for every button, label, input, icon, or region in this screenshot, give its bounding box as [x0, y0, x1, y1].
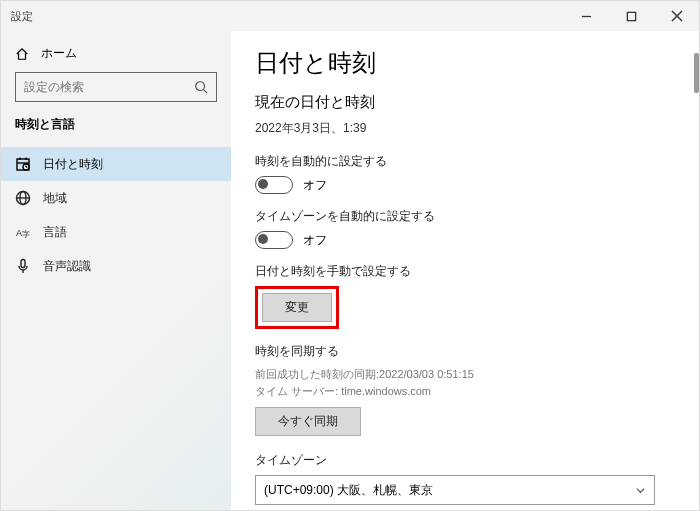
home-label: ホーム	[41, 45, 77, 62]
svg-line-5	[204, 90, 208, 94]
language-icon: A字	[15, 224, 31, 240]
auto-time-state: オフ	[303, 177, 327, 194]
sidebar-item-region[interactable]: 地域	[1, 181, 231, 215]
nav-section-heading: 時刻と言語	[15, 116, 217, 133]
sidebar: ホーム 時刻と言語 日付と時刻 地域 A字 言語 音声認識	[1, 31, 231, 510]
sidebar-item-speech[interactable]: 音声認識	[1, 249, 231, 283]
scrollbar-thumb[interactable]	[694, 53, 699, 93]
svg-rect-18	[21, 260, 25, 268]
current-datetime-value: 2022年3月3日、1:39	[255, 120, 675, 137]
tz-value: (UTC+09:00) 大阪、札幌、東京	[264, 482, 433, 499]
svg-point-4	[196, 82, 205, 91]
search-icon	[194, 80, 208, 94]
auto-time-toggle[interactable]	[255, 176, 293, 194]
auto-tz-label: タイムゾーンを自動的に設定する	[255, 208, 675, 225]
change-button[interactable]: 変更	[262, 293, 332, 322]
tz-heading: タイムゾーン	[255, 452, 675, 469]
datetime-icon	[15, 156, 31, 172]
auto-tz-state: オフ	[303, 232, 327, 249]
sidebar-item-datetime[interactable]: 日付と時刻	[1, 147, 231, 181]
sidebar-item-label: 言語	[43, 224, 67, 241]
chevron-down-icon	[635, 485, 646, 496]
tz-select[interactable]: (UTC+09:00) 大阪、札幌、東京	[255, 475, 655, 505]
highlight-box: 変更	[255, 286, 339, 329]
sync-last: 前回成功した時刻の同期:2022/03/03 0:51:15	[255, 366, 675, 383]
current-datetime-heading: 現在の日付と時刻	[255, 93, 675, 112]
content-pane: 日付と時刻 現在の日付と時刻 2022年3月3日、1:39 時刻を自動的に設定す…	[231, 31, 699, 510]
home-icon	[15, 47, 29, 61]
search-input[interactable]	[24, 80, 194, 94]
sidebar-item-label: 音声認識	[43, 258, 91, 275]
page-title: 日付と時刻	[255, 47, 675, 79]
maximize-button[interactable]	[609, 1, 654, 31]
search-box[interactable]	[15, 72, 217, 102]
sidebar-item-language[interactable]: A字 言語	[1, 215, 231, 249]
sidebar-item-label: 日付と時刻	[43, 156, 103, 173]
manual-set-label: 日付と時刻を手動で設定する	[255, 263, 675, 280]
globe-icon	[15, 190, 31, 206]
microphone-icon	[15, 258, 31, 274]
close-button[interactable]	[654, 1, 699, 31]
window-title: 設定	[11, 9, 33, 24]
sync-now-button[interactable]: 今すぐ同期	[255, 407, 361, 436]
home-link[interactable]: ホーム	[15, 41, 217, 72]
sync-server: タイム サーバー: time.windows.com	[255, 383, 675, 400]
svg-rect-1	[627, 12, 635, 20]
titlebar: 設定	[1, 1, 699, 31]
sidebar-item-label: 地域	[43, 190, 67, 207]
svg-text:字: 字	[22, 230, 30, 239]
auto-tz-toggle[interactable]	[255, 231, 293, 249]
sync-heading: 時刻を同期する	[255, 343, 675, 360]
minimize-button[interactable]	[564, 1, 609, 31]
auto-time-label: 時刻を自動的に設定する	[255, 153, 675, 170]
